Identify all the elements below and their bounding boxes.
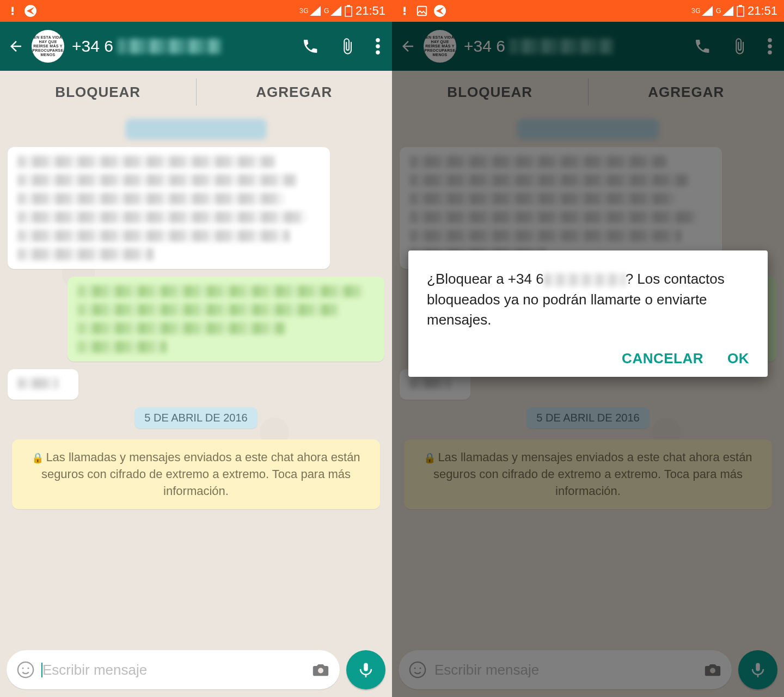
message-incoming[interactable] (8, 147, 330, 269)
svg-point-9 (18, 662, 33, 677)
more-button[interactable] (376, 38, 380, 54)
phone-right: 3G G 21:51 EN ESTA VIDA HAY QUE REÍRSE M… (392, 0, 784, 697)
contact-name-redacted (118, 39, 221, 54)
text-caret (41, 663, 42, 677)
location-icon (24, 4, 37, 17)
date-chip-redacted (125, 119, 267, 139)
dialog-cancel-button[interactable]: CANCELAR (622, 350, 703, 367)
svg-point-11 (28, 668, 29, 669)
message-content-redacted (17, 156, 320, 260)
clock: 21:51 (356, 4, 385, 18)
status-left-icons (399, 4, 446, 17)
status-right-icons: 3G G 21:51 (691, 4, 777, 18)
add-contact-button[interactable]: AGREGAR (197, 71, 393, 113)
clock: 21:51 (748, 4, 777, 18)
svg-rect-15 (418, 7, 427, 16)
dialog-number-redacted (544, 273, 626, 286)
message-content-redacted (17, 378, 69, 389)
network-label-3g: 3G (299, 8, 309, 14)
block-confirm-dialog: ¿Bloquear a +34 6? Los contactos bloquea… (408, 250, 768, 377)
svg-rect-1 (11, 13, 14, 15)
status-left-icons (7, 4, 37, 17)
encryption-text: Las llamadas y mensajes enviados a este … (41, 450, 360, 498)
svg-point-6 (376, 38, 380, 42)
message-content-redacted (77, 285, 375, 353)
signal-icon-2 (722, 6, 733, 16)
message-input[interactable]: Escribir mensaje (7, 650, 340, 689)
svg-point-10 (22, 668, 24, 669)
date-chip: 5 DE ABRIL DE 2016 (134, 407, 257, 429)
svg-rect-19 (738, 13, 743, 15)
svg-point-7 (376, 44, 380, 48)
dialog-message: ¿Bloquear a +34 6? Los contactos bloquea… (427, 269, 749, 331)
signal-icon (310, 6, 321, 16)
network-label-g: G (716, 8, 721, 14)
battery-low-icon (345, 5, 352, 17)
network-label-g: G (324, 8, 329, 14)
contact-name-prefix: +34 6 (72, 37, 113, 56)
input-bar: Escribir mensaje (0, 645, 392, 697)
signal-icon-2 (330, 6, 341, 16)
svg-rect-14 (403, 13, 406, 15)
svg-rect-5 (346, 13, 351, 15)
svg-rect-13 (403, 7, 406, 12)
voice-record-button[interactable] (346, 650, 385, 689)
dialog-ok-button[interactable]: OK (727, 350, 749, 367)
lock-icon: 🔒 (32, 453, 44, 463)
back-button[interactable] (8, 38, 24, 54)
battery-low-icon (737, 5, 744, 17)
warning-icon (399, 5, 411, 17)
network-label-3g: 3G (691, 8, 701, 14)
message-outgoing[interactable] (68, 277, 384, 362)
status-right-icons: 3G G 21:51 (299, 4, 385, 18)
image-icon (416, 5, 428, 17)
encryption-notice[interactable]: 🔒Las llamadas y mensajes enviados a este… (12, 439, 380, 509)
block-add-bar: BLOQUEAR AGREGAR (0, 71, 392, 113)
svg-point-8 (376, 51, 380, 55)
svg-point-12 (318, 668, 323, 673)
call-button[interactable] (302, 38, 319, 55)
status-bar: 3G G 21:51 (392, 0, 784, 22)
block-button[interactable]: BLOQUEAR (0, 71, 196, 113)
contact-avatar[interactable]: EN ESTA VIDA HAY QUE REÍRSE MÁS Y PREOCU… (32, 30, 64, 63)
signal-icon (702, 6, 713, 16)
warning-icon (7, 5, 19, 17)
attach-button[interactable] (339, 38, 356, 55)
contact-name[interactable]: +34 6 (72, 37, 294, 56)
message-input-placeholder: Escribir mensaje (42, 662, 304, 678)
status-bar: 3G G 21:51 (0, 0, 392, 22)
chat-scroll-area[interactable]: 5 DE ABRIL DE 2016 🔒Las llamadas y mensa… (0, 113, 392, 645)
phone-left: 3G G 21:51 EN ESTA VIDA HAY QUE REÍRSE M… (0, 0, 392, 697)
location-icon (433, 4, 446, 17)
message-incoming-short[interactable] (8, 369, 78, 400)
chat-header: EN ESTA VIDA HAY QUE REÍRSE MÁS Y PREOCU… (0, 22, 392, 71)
camera-button[interactable] (311, 661, 330, 679)
avatar-text: EN ESTA VIDA HAY QUE REÍRSE MÁS Y PREOCU… (33, 35, 64, 57)
svg-rect-0 (11, 7, 14, 12)
emoji-button[interactable] (16, 661, 35, 679)
